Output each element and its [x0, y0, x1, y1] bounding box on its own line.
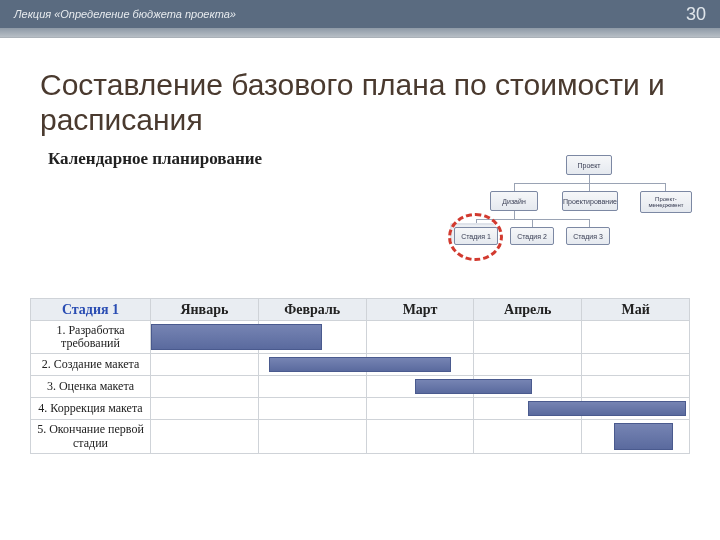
gantt-cell: [474, 420, 582, 453]
table-row: 1. Разработка требований: [31, 321, 690, 354]
table-row: 4. Коррекция макета: [31, 398, 690, 420]
gantt-cell: [151, 376, 259, 398]
gantt-cell: [366, 420, 474, 453]
gantt-cell: [258, 354, 366, 376]
divider: [0, 28, 720, 38]
wbs-l1-1: Проектирование: [562, 191, 618, 211]
gantt-cell: [366, 398, 474, 420]
task-name: 1. Разработка требований: [31, 321, 151, 354]
gantt-cell: [366, 321, 474, 354]
lecture-title: Лекция «Определение бюджета проекта»: [14, 8, 236, 20]
gantt-cell: [582, 420, 690, 453]
month-2: Март: [366, 299, 474, 321]
gantt-table: Стадия 1 Январь Февраль Март Апрель Май …: [30, 298, 690, 454]
gantt-cell: [258, 398, 366, 420]
gantt-bar: [614, 423, 673, 449]
page-number: 30: [686, 4, 706, 25]
gantt-cell: [258, 420, 366, 453]
wbs-l1-2: Проект-менеджмент: [640, 191, 692, 213]
gantt-cell: [582, 376, 690, 398]
page-title: Составление базового плана по стоимости …: [0, 38, 720, 145]
highlight-circle: [448, 213, 503, 261]
stage-header: Стадия 1: [31, 299, 151, 321]
task-name: 5. Окончание первой стадии: [31, 420, 151, 453]
month-3: Апрель: [474, 299, 582, 321]
gantt-chart: Стадия 1 Январь Февраль Март Апрель Май …: [30, 298, 690, 454]
table-row: 5. Окончание первой стадии: [31, 420, 690, 453]
wbs-l2-2: Стадия 3: [566, 227, 610, 245]
wbs-l1-0: Дизайн: [490, 191, 538, 211]
gantt-cell: [582, 398, 690, 420]
gantt-cell: [582, 354, 690, 376]
gantt-cell: [366, 354, 474, 376]
task-name: 4. Коррекция макета: [31, 398, 151, 420]
gantt-cell: [474, 321, 582, 354]
gantt-cell: [474, 376, 582, 398]
task-name: 3. Оценка макета: [31, 376, 151, 398]
month-0: Январь: [151, 299, 259, 321]
gantt-cell: [258, 321, 366, 354]
gantt-cell: [474, 398, 582, 420]
gantt-cell: [151, 398, 259, 420]
slide-header: Лекция «Определение бюджета проекта» 30: [0, 0, 720, 28]
task-name: 2. Создание макета: [31, 354, 151, 376]
gantt-cell: [151, 420, 259, 453]
gantt-cell: [151, 354, 259, 376]
gantt-cell: [151, 321, 259, 354]
gantt-cell: [582, 321, 690, 354]
gantt-header-row: Стадия 1 Январь Февраль Март Апрель Май: [31, 299, 690, 321]
gantt-cell: [366, 376, 474, 398]
table-row: 2. Создание макета: [31, 354, 690, 376]
month-1: Февраль: [258, 299, 366, 321]
gantt-cell: [474, 354, 582, 376]
wbs-root: Проект: [566, 155, 612, 175]
wbs-l2-1: Стадия 2: [510, 227, 554, 245]
gantt-cell: [258, 376, 366, 398]
wbs-diagram: Проект Дизайн Проектирование Проект-мене…: [466, 155, 704, 273]
month-4: Май: [582, 299, 690, 321]
table-row: 3. Оценка макета: [31, 376, 690, 398]
